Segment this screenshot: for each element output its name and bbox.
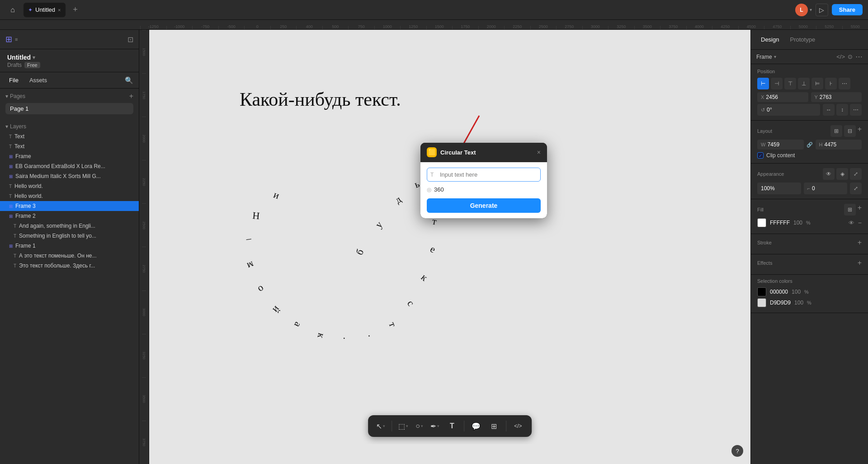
align-center-v-button[interactable]: ⊨ (811, 78, 823, 89)
more-options-button[interactable]: ⋯ (855, 52, 863, 61)
text-tool-button[interactable]: T (444, 418, 460, 434)
layout-grid-button[interactable]: ⊞ (830, 125, 842, 137)
share-button[interactable]: Share (832, 4, 863, 15)
layer-item[interactable]: TА это текст поменьше. Он не... (0, 251, 139, 261)
align-center-h-button[interactable]: ⊣ (771, 78, 783, 89)
layers-group-header[interactable]: ▾ Layers (0, 122, 139, 131)
active-tab[interactable]: ✦ Untitled × (24, 3, 66, 17)
flip-v-button[interactable]: ↕ (836, 104, 848, 116)
shape-tool-button[interactable]: ○ ▾ (413, 418, 426, 434)
sidebar-expand-button[interactable]: ⊡ (127, 35, 133, 44)
canvas-area[interactable]: 1500 1750 2000 2250 2500 2750 3000 3250 … (139, 30, 750, 464)
selection-color-pct-2: % (807, 300, 811, 305)
align-top-button[interactable]: ⊥ (798, 78, 810, 89)
new-tab-button[interactable]: + (69, 4, 82, 16)
design-tab[interactable]: Design (756, 34, 783, 45)
layer-type-icon: ⊞ (9, 164, 13, 169)
layer-item[interactable]: THello world. (0, 191, 139, 201)
effects-add-button[interactable]: + (858, 259, 862, 267)
comment-tool-button[interactable]: 💬 (468, 418, 484, 434)
layer-item-label: Something in English to tell yo... (19, 233, 96, 239)
layer-item[interactable]: TAnd again, something in Engli... (0, 221, 139, 231)
canvas-content[interactable]: Какой-нибудь текст. б у д ь т е к с т . … (149, 30, 750, 444)
selection-color-swatch-2[interactable] (757, 298, 766, 307)
layer-item[interactable]: ⊞Frame 1 (0, 241, 139, 251)
selection-color-swatch-1[interactable] (757, 287, 766, 296)
code-view-button[interactable]: </> (836, 53, 845, 60)
stroke-add-button[interactable]: + (858, 239, 862, 247)
visibility-button[interactable]: 👁 (823, 168, 835, 180)
flip-h-button[interactable]: ↔ (823, 104, 835, 116)
layer-item[interactable]: ⊞Frame 3 (0, 201, 139, 211)
assets-tab[interactable]: Assets (26, 75, 51, 85)
pages-add-button[interactable]: + (129, 92, 133, 100)
tab-close-button[interactable]: × (58, 7, 61, 13)
rotation-field[interactable]: ↺ 0° (757, 104, 820, 116)
prototype-tab[interactable]: Prototype (785, 34, 820, 45)
layer-item[interactable]: ⊞Frame 2 (0, 211, 139, 221)
page-1-item[interactable]: Page 1 (5, 103, 133, 114)
corner-radius-field[interactable]: ⌐ 0 (804, 183, 848, 194)
expand-corner-button[interactable]: ⤢ (850, 183, 862, 194)
pages-section-header[interactable]: ▾ Pages + (5, 92, 133, 100)
clip-content-checkbox[interactable]: ✓ (757, 152, 764, 159)
fullscreen-button[interactable]: ⤢ (850, 168, 862, 180)
fill-color-swatch[interactable] (757, 218, 766, 227)
help-button[interactable]: ? (731, 445, 743, 457)
select-tool-button[interactable]: ↖ ▾ (373, 418, 388, 434)
project-name[interactable]: Untitled ▾ (7, 54, 132, 61)
home-button[interactable]: ⌂ (5, 3, 20, 17)
x-field[interactable]: X 2456 (757, 92, 808, 102)
fill-add-button[interactable]: + (858, 204, 862, 216)
lock-aspect-button[interactable]: 🔗 (807, 142, 813, 148)
layer-item-label: And again, something in Engli... (19, 223, 95, 229)
more-position-button[interactable]: ⋯ (850, 104, 862, 116)
fill-visibility-button[interactable]: 👁 (849, 220, 854, 226)
layer-item[interactable]: TЭто текст побольше. Здесь г... (0, 261, 139, 271)
opacity-field[interactable]: 100% (757, 183, 801, 194)
degree-icon: ◎ (427, 187, 431, 193)
layer-item[interactable]: TSomething in English to tell yo... (0, 231, 139, 241)
search-button[interactable]: 🔍 (125, 76, 133, 84)
width-field[interactable]: W 7459 (757, 140, 804, 150)
ruler-tick: 3750 (660, 26, 686, 29)
fill-section: Fill ⊞ + FFFFFF 100 % 👁 − (751, 199, 868, 234)
height-field[interactable]: H 4475 (816, 140, 862, 150)
layout-auto-button[interactable]: ⊟ (844, 125, 856, 137)
layer-item[interactable]: THello world. (0, 181, 139, 191)
layout-add-button[interactable]: + (858, 125, 862, 137)
ruler-tick: 250 (270, 26, 297, 29)
fill-opacity-value: 100 (793, 220, 802, 226)
user-dropdown-chevron[interactable]: ▾ (810, 7, 812, 12)
sidebar-logo[interactable]: ⊞ ≡ (5, 34, 18, 44)
component-button[interactable]: ⊙ (848, 53, 853, 60)
circular-text-input[interactable] (427, 168, 541, 182)
align-left-button[interactable]: ⊢ (757, 78, 769, 89)
layer-item[interactable]: TText (0, 131, 139, 141)
y-field[interactable]: Y 2763 (811, 92, 862, 102)
distribute-button[interactable]: ⋯ (839, 78, 850, 89)
ruler-tick: -1250 (140, 26, 166, 29)
align-right-button[interactable]: ⊤ (784, 78, 796, 89)
frame-label-text: Frame (756, 54, 772, 60)
user-avatar[interactable]: L (795, 4, 808, 16)
layer-item[interactable]: ⊞Saira Medium Italic X Sorts Mill G... (0, 171, 139, 181)
fill-style-button[interactable]: ⊞ (844, 204, 856, 216)
preview-button[interactable]: ▷ (816, 4, 828, 16)
file-tab[interactable]: File (5, 75, 22, 85)
frame-tool-button[interactable]: ⬚ ▾ (396, 418, 411, 434)
project-subtitle: Drafts Free (7, 62, 132, 68)
plugin-close-button[interactable]: × (537, 149, 541, 156)
align-bottom-button[interactable]: ⊦ (825, 78, 837, 89)
layer-item[interactable]: ⊞Frame (0, 151, 139, 161)
layer-item[interactable]: ⊞EB Garamond ExtraBold X Lora Re... (0, 161, 139, 171)
layer-item[interactable]: TText (0, 141, 139, 151)
pen-tool-button[interactable]: ✒ ▾ (428, 418, 442, 434)
fill-remove-button[interactable]: − (858, 219, 862, 226)
opacity-drop-button[interactable]: ◈ (836, 168, 848, 180)
code-button[interactable]: </> (510, 418, 526, 434)
components-button[interactable]: ⊞ (486, 418, 502, 434)
frame-dropdown-icon[interactable]: ▾ (774, 54, 776, 59)
generate-button[interactable]: Generate (427, 198, 541, 213)
appearance-fields: 100% ⌐ 0 ⤢ (757, 183, 862, 194)
